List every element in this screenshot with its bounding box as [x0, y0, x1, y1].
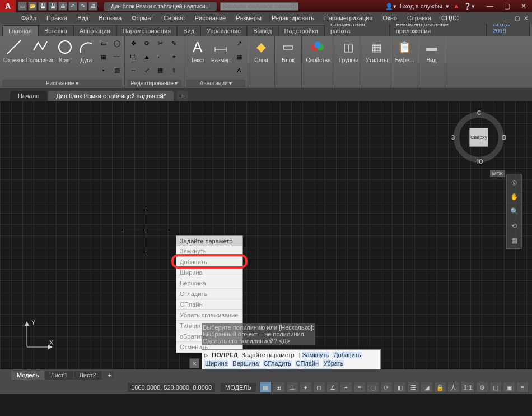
nav-orbit-icon[interactable]: ⟲: [508, 220, 520, 232]
panel-annot-label[interactable]: Аннотации ▾: [186, 80, 245, 87]
trim-icon[interactable]: ✂: [154, 37, 166, 49]
status-3dsnap-icon[interactable]: ◧: [394, 382, 406, 393]
explode-icon[interactable]: ✦: [167, 50, 180, 63]
rotate-icon[interactable]: ⟳: [141, 37, 153, 49]
menu-file[interactable]: Файл: [17, 13, 41, 22]
menu-help[interactable]: Справка: [403, 13, 436, 22]
status-scale[interactable]: 1:1: [461, 382, 475, 393]
polyline-button[interactable]: Полилиния: [27, 37, 54, 64]
context-item-close[interactable]: Замкнуть: [176, 246, 242, 257]
command-input[interactable]: ▷ ПОЛРЕД Задайте параметр [Замкнуть Доба…: [202, 349, 381, 369]
ribbon-tab-home[interactable]: Главная: [2, 25, 38, 36]
tab-start[interactable]: Начало: [10, 91, 47, 101]
status-ortho-icon[interactable]: ⊥: [286, 382, 298, 393]
scale-icon[interactable]: ⤢: [141, 64, 153, 76]
status-otrack-icon[interactable]: ∠: [326, 382, 339, 393]
menu-draw[interactable]: Рисование: [190, 13, 230, 22]
status-custom-icon[interactable]: ≡: [516, 382, 529, 393]
nav-showmotion-icon[interactable]: ▦: [508, 235, 520, 246]
view-button[interactable]: ▬Вид: [421, 37, 442, 64]
hatch-icon[interactable]: ▦: [97, 50, 110, 63]
status-gear-icon[interactable]: ⚙: [476, 382, 488, 393]
search-input[interactable]: [220, 2, 298, 11]
status-cycle-icon[interactable]: ⟳: [380, 382, 393, 393]
array-icon[interactable]: ▦: [154, 64, 166, 76]
status-qp-icon[interactable]: ☰: [407, 382, 419, 393]
menu-format[interactable]: Формат: [127, 13, 158, 22]
circle-button[interactable]: Круг: [55, 37, 75, 64]
status-dyn-icon[interactable]: +: [340, 382, 352, 393]
menu-dim[interactable]: Размеры: [231, 13, 266, 22]
ellipse-icon[interactable]: ◯: [111, 37, 123, 49]
ribbon-tab-view[interactable]: Вид: [177, 25, 200, 36]
status-polar-icon[interactable]: ✦: [300, 382, 312, 393]
status-iso-icon[interactable]: ◫: [489, 382, 502, 393]
status-space[interactable]: МОДЕЛЬ: [221, 383, 256, 392]
layout-tab-model[interactable]: Модель: [11, 371, 44, 380]
table-icon[interactable]: ▦: [233, 50, 245, 63]
menu-service[interactable]: Сервис: [159, 13, 189, 22]
status-trans-icon[interactable]: ▢: [367, 382, 379, 393]
context-item-fit[interactable]: СГладить: [176, 289, 242, 299]
status-autoscale-icon[interactable]: 人: [447, 382, 460, 393]
arc-button[interactable]: Дуга: [76, 37, 96, 64]
menu-edit[interactable]: Правка: [42, 13, 72, 22]
help-icon[interactable]: ❔▾: [464, 3, 475, 10]
mtext-icon[interactable]: A: [233, 64, 245, 76]
status-grid-icon[interactable]: ▦: [259, 382, 272, 393]
context-item-vertex[interactable]: Вершина: [176, 278, 242, 289]
status-units-icon[interactable]: ◢: [421, 382, 433, 393]
doc-minimize-button[interactable]: —: [504, 14, 512, 22]
menu-view[interactable]: Вид: [73, 13, 93, 22]
layout-tab-sheet2[interactable]: Лист2: [74, 371, 102, 380]
menu-modify[interactable]: Редактировать: [267, 13, 319, 22]
doc-restore-button[interactable]: ▢: [513, 14, 521, 22]
context-item-width[interactable]: Ширина: [176, 267, 242, 278]
qat-saveas-icon[interactable]: 💾: [48, 2, 57, 11]
close-button[interactable]: ✕: [515, 0, 532, 12]
status-lwt-icon[interactable]: ≡: [353, 382, 366, 393]
mirror-icon[interactable]: ▲: [141, 50, 153, 63]
props-button[interactable]: Свойства: [304, 37, 333, 64]
maximize-button[interactable]: ▢: [498, 0, 515, 12]
doc-close-button[interactable]: ✕: [522, 14, 530, 22]
nav-zoom-icon[interactable]: 🔍: [508, 206, 520, 217]
block-button[interactable]: ▭Блок: [277, 37, 299, 64]
qat-undo-icon[interactable]: ↶: [68, 2, 77, 11]
status-annotate-icon[interactable]: 🔒: [434, 382, 446, 393]
tab-current[interactable]: Дин.блок Рамки с таблицей надписей*: [48, 91, 174, 101]
erase-icon[interactable]: ✎: [167, 37, 180, 49]
app-logo[interactable]: A: [0, 0, 16, 12]
viewcube-cs[interactable]: МСК: [490, 170, 505, 177]
context-item-add[interactable]: Добавить: [176, 257, 242, 267]
layers-button[interactable]: ◆Слои: [250, 37, 272, 64]
menu-spds[interactable]: СПДС: [437, 13, 463, 22]
qat-print-icon[interactable]: 🖶: [88, 2, 97, 11]
utils-button[interactable]: ▦Утилиты: [365, 37, 389, 64]
tab-add-button[interactable]: +: [177, 91, 188, 101]
offset-icon[interactable]: ⫴: [167, 64, 180, 76]
qat-new-icon[interactable]: ▭: [18, 2, 27, 11]
status-osnap-icon[interactable]: ◻: [313, 382, 325, 393]
status-snap-icon[interactable]: ⊞: [273, 382, 285, 393]
region-icon[interactable]: ▨: [111, 64, 123, 76]
dim-button[interactable]: Размер: [210, 37, 232, 64]
fillet-icon[interactable]: ⌐: [154, 50, 166, 63]
minimize-button[interactable]: —: [482, 0, 498, 12]
signin-link[interactable]: Вход в службы: [400, 3, 442, 10]
qat-open-icon[interactable]: 📂: [28, 2, 37, 11]
command-close-button[interactable]: ✕: [189, 358, 199, 368]
spline-icon[interactable]: 〰: [111, 50, 123, 63]
context-item-spline[interactable]: СПлайн: [176, 299, 242, 310]
cart-icon[interactable]: ▾: [446, 3, 449, 10]
groups-button[interactable]: ◫Группы: [338, 37, 360, 64]
app-exchange-icon[interactable]: 🔺: [452, 3, 460, 10]
ribbon-tab-insert[interactable]: Вставка: [38, 25, 73, 36]
viewcube-top[interactable]: Сверху: [469, 128, 488, 147]
ribbon-tab-param[interactable]: Параметризация: [116, 25, 177, 36]
menu-param[interactable]: Параметризация: [320, 13, 377, 22]
viewcube[interactable]: Сверху С Ю В З МСК: [454, 112, 504, 163]
point-icon[interactable]: •: [97, 64, 110, 76]
copy-icon[interactable]: ⿻: [127, 50, 139, 63]
viewport[interactable]: Задайте параметр Замкнуть Добавить Ширин…: [0, 101, 532, 369]
